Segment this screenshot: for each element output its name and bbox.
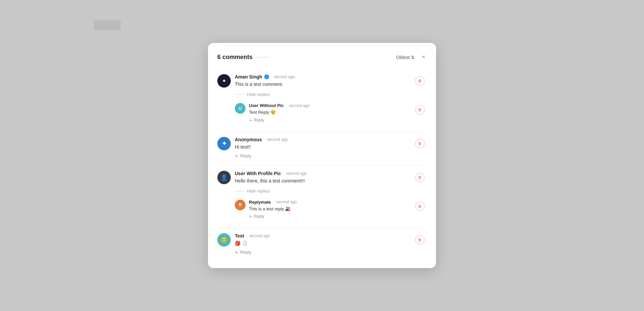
comment-row: ✦ Aman Singh ✓ · second ago This is a te… — [217, 74, 427, 89]
avatar: 👤 — [217, 171, 231, 184]
comment-row: 😊 Test · second ago 🎒 🗒️ ↳ Reply 🗑 — [217, 233, 427, 256]
comment-text: Hi test!! — [235, 144, 409, 151]
reply-avatar: U — [235, 103, 246, 114]
comment-text: 🎒 🗒️ — [235, 240, 409, 247]
comment-time: second ago — [286, 171, 307, 176]
avatar-icon: 😊 — [221, 237, 227, 243]
comment-block: 😊 Test · second ago 🎒 🗒️ ↳ Reply 🗑 — [217, 228, 427, 261]
comment-dot: · — [271, 74, 272, 79]
reply-time: second ago — [276, 200, 297, 204]
avatar: ✦ — [217, 137, 231, 150]
avatar: 😊 — [217, 233, 231, 247]
avatar: ✦ — [217, 74, 231, 88]
reply-content: Replymate · second ago This is a test re… — [249, 200, 410, 220]
replies-section: Hide replies U User Without Pic · second… — [235, 92, 427, 126]
header-divider — [257, 57, 270, 57]
comment-dot: · — [283, 171, 284, 176]
comment-text: This is a test comment. — [235, 81, 409, 88]
delete-button[interactable]: 🗑 — [413, 74, 427, 88]
avatar-icon: 👤 — [220, 174, 228, 181]
comment-content: User With Profile Pic · second ago Hello… — [235, 171, 409, 186]
reply-row: U User Without Pic · second ago Test Rep… — [235, 100, 427, 126]
avatar-icon: ✦ — [222, 140, 227, 147]
comment-meta: Aman Singh ✓ · second ago — [235, 74, 409, 80]
delete-button[interactable]: 🗑 — [413, 233, 427, 247]
reply-button[interactable]: ↳ Reply — [249, 117, 264, 123]
reply-delete-icon: 🗑 — [415, 202, 425, 211]
comment-author: Aman Singh — [235, 74, 262, 80]
reply-text: This is a test reply 🎎 — [249, 206, 410, 212]
hide-replies-label: Hide replies — [247, 92, 270, 97]
comment-author: Anonymous — [235, 137, 262, 142]
comments-list: ✦ Aman Singh ✓ · second ago This is a te… — [208, 69, 436, 261]
comment-meta: Anonymous · second ago — [235, 137, 409, 142]
comment-block: ✦ Anonymous · second ago Hi test!! ↳ Rep… — [217, 132, 427, 165]
reply-button[interactable]: ↳ Reply — [235, 248, 251, 256]
reply-dot: · — [286, 103, 287, 108]
comment-text: Hello there, this a test comment!!! — [235, 177, 409, 185]
reply-label: Reply — [240, 250, 251, 255]
comment-content: Test · second ago 🎒 🗒️ ↳ Reply — [235, 233, 409, 256]
reply-arrow-icon: ↳ — [249, 118, 252, 122]
sort-label: Oldest — [396, 55, 410, 60]
comment-author: User With Profile Pic — [235, 171, 281, 176]
reply-delete-icon: 🗑 — [415, 105, 425, 114]
delete-icon: 🗑 — [415, 76, 425, 86]
hide-replies-line — [235, 94, 244, 95]
reply-arrow-icon: ↳ — [235, 153, 238, 158]
delete-icon: 🗑 — [415, 173, 425, 182]
comment-time: second ago — [274, 74, 295, 79]
close-button[interactable]: × — [420, 52, 427, 62]
sort-button[interactable]: Oldest ⇅ — [394, 53, 417, 61]
reply-row: R Replymate · second ago This is a test … — [235, 197, 427, 222]
reply-label: Reply — [240, 153, 251, 158]
comment-block: ✦ Aman Singh ✓ · second ago This is a te… — [217, 69, 427, 132]
reply-label: Reply — [254, 118, 264, 122]
reply-dot: · — [273, 200, 274, 204]
delete-button[interactable]: 🗑 — [413, 171, 427, 184]
hide-replies-row[interactable]: Hide replies — [235, 92, 427, 97]
reply-delete-button[interactable]: 🗑 — [413, 103, 427, 116]
reply-arrow-icon: ↳ — [235, 250, 238, 255]
reply-author: User Without Pic — [249, 103, 284, 108]
comment-row: 👤 User With Profile Pic · second ago Hel… — [217, 171, 427, 186]
hide-replies-line — [235, 191, 244, 191]
comment-meta: User With Profile Pic · second ago — [235, 171, 409, 176]
reply-delete-button[interactable]: 🗑 — [413, 200, 427, 213]
comment-time: second ago — [267, 137, 288, 142]
reply-avatar: R — [235, 200, 246, 210]
comment-meta: Test · second ago — [235, 233, 409, 239]
reply-time: second ago — [289, 103, 310, 108]
header-left: 6 comments — [217, 54, 270, 61]
comment-content: Anonymous · second ago Hi test!! ↳ Reply — [235, 137, 409, 160]
reply-meta: Replymate · second ago — [249, 200, 410, 205]
reply-button[interactable]: ↳ Reply — [249, 213, 264, 219]
reply-author: Replymate — [249, 200, 271, 205]
close-icon: × — [422, 54, 425, 61]
comments-count: 6 comments — [217, 54, 253, 61]
hide-replies-label: Hide replies — [247, 189, 270, 194]
hide-replies-row[interactable]: Hide replies — [235, 189, 427, 194]
delete-button[interactable]: 🗑 — [413, 137, 427, 150]
comment-content: Aman Singh ✓ · second ago This is a test… — [235, 74, 409, 89]
bg-element — [94, 20, 121, 30]
comment-dot: · — [246, 234, 247, 238]
replies-section: Hide replies R Replymate · second ago Th… — [235, 189, 427, 222]
reply-label: Reply — [254, 214, 264, 219]
comment-time: second ago — [249, 234, 270, 238]
header-right: Oldest ⇅ × — [394, 52, 427, 62]
verified-badge: ✓ — [264, 74, 269, 79]
delete-icon: 🗑 — [415, 139, 425, 148]
reply-button[interactable]: ↳ Reply — [235, 152, 251, 160]
comment-row: ✦ Anonymous · second ago Hi test!! ↳ Rep… — [217, 137, 427, 160]
reply-content: User Without Pic · second ago Test Reply… — [249, 103, 410, 123]
sort-icon: ⇅ — [411, 55, 415, 60]
reply-text: Test Reply 😟 — [249, 109, 410, 116]
comments-modal: 6 comments Oldest ⇅ × ✦ Aman Singh — [208, 43, 436, 268]
reply-arrow-icon: ↳ — [249, 214, 252, 219]
comment-block: 👤 User With Profile Pic · second ago Hel… — [217, 165, 427, 228]
reply-meta: User Without Pic · second ago — [249, 103, 410, 108]
avatar-icon: ✦ — [222, 78, 226, 84]
delete-icon: 🗑 — [415, 235, 425, 245]
comment-dot: · — [264, 137, 265, 142]
